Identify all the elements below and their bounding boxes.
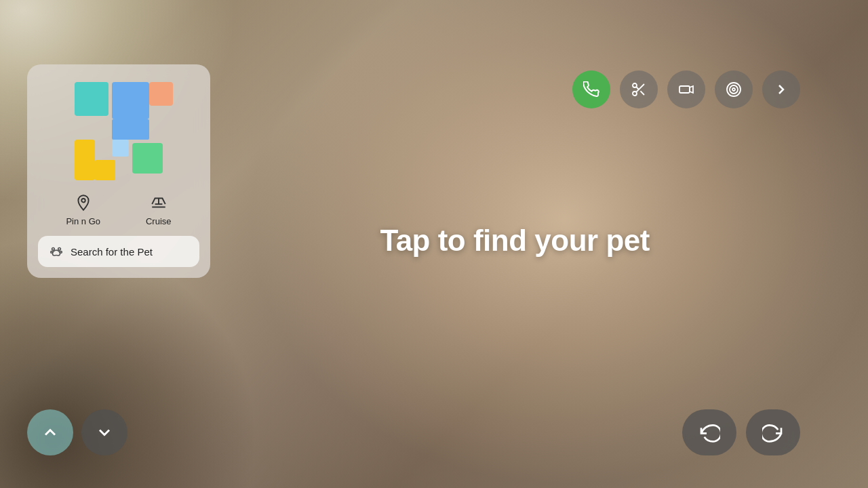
pin-icon bbox=[73, 192, 94, 214]
ui-layer: Pin n Go Cruise bbox=[0, 0, 868, 488]
phone-button[interactable] bbox=[572, 70, 610, 108]
undo-icon bbox=[698, 422, 720, 443]
down-button[interactable] bbox=[81, 409, 127, 455]
svg-point-9 bbox=[52, 248, 55, 251]
svg-rect-18 bbox=[679, 86, 690, 93]
redo-button[interactable] bbox=[746, 409, 800, 455]
cruise-icon bbox=[148, 192, 170, 214]
svg-line-17 bbox=[636, 87, 639, 89]
undo-button[interactable] bbox=[682, 409, 736, 455]
svg-point-8 bbox=[81, 199, 85, 202]
center-tagline: Tap to find your pet bbox=[380, 224, 650, 258]
svg-rect-6 bbox=[95, 160, 115, 180]
app-logo bbox=[58, 75, 180, 184]
svg-point-13 bbox=[633, 83, 637, 87]
svg-rect-3 bbox=[149, 82, 173, 106]
svg-point-20 bbox=[730, 85, 738, 94]
chevron-up-icon bbox=[41, 423, 60, 442]
pin-n-go-shortcut[interactable]: Pin n Go bbox=[66, 192, 100, 226]
svg-rect-4 bbox=[132, 143, 163, 174]
app-card: Pin n Go Cruise bbox=[27, 64, 210, 278]
scissors-icon bbox=[631, 81, 647, 98]
cruise-shortcut[interactable]: Cruise bbox=[146, 192, 172, 226]
svg-rect-5 bbox=[75, 140, 95, 180]
cruise-label: Cruise bbox=[146, 216, 172, 226]
svg-point-21 bbox=[732, 88, 735, 91]
svg-rect-0 bbox=[112, 82, 149, 119]
up-button[interactable] bbox=[27, 409, 73, 455]
target-icon bbox=[726, 81, 742, 98]
svg-point-10 bbox=[58, 248, 61, 251]
next-button[interactable] bbox=[762, 70, 800, 108]
video-button[interactable] bbox=[667, 70, 705, 108]
scissors-button[interactable] bbox=[620, 70, 658, 108]
target-button[interactable] bbox=[715, 70, 753, 108]
bottom-left-nav bbox=[27, 409, 127, 455]
paw-icon bbox=[49, 244, 64, 259]
search-pet-label: Search for the Pet bbox=[71, 246, 153, 258]
video-icon bbox=[678, 81, 694, 98]
pin-n-go-label: Pin n Go bbox=[66, 216, 100, 226]
svg-rect-2 bbox=[75, 82, 108, 116]
redo-icon bbox=[762, 422, 784, 443]
app-shortcuts: Pin n Go Cruise bbox=[38, 192, 199, 226]
search-pet-button[interactable]: Search for the Pet bbox=[38, 236, 199, 267]
chevron-down-icon bbox=[95, 423, 114, 442]
svg-point-19 bbox=[727, 83, 741, 96]
bottom-right-controls bbox=[682, 409, 800, 455]
svg-rect-7 bbox=[112, 140, 129, 157]
top-right-toolbar bbox=[572, 70, 800, 108]
svg-point-14 bbox=[633, 92, 637, 96]
svg-rect-1 bbox=[112, 119, 149, 140]
chevron-right-icon bbox=[773, 81, 789, 98]
phone-icon bbox=[583, 81, 599, 98]
svg-line-16 bbox=[640, 91, 644, 95]
